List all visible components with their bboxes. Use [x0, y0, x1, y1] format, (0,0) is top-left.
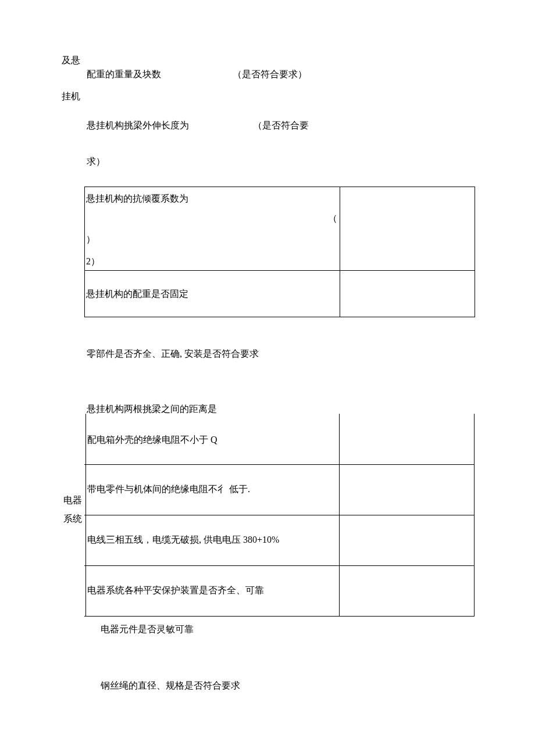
insulation-box-text: 配电箱外壳的绝缘电阻不小于 Q: [86, 432, 339, 446]
electrical-system-label: 电器 系统: [63, 491, 82, 528]
beam-extension-requirement-end: 求）: [87, 156, 105, 168]
anti-tilt-cell: 悬挂机构的抗倾覆系数为 （ ） 2）: [85, 187, 340, 271]
electrical-table: 配电箱外壳的绝缘电阻不小于 Q 带电零件与机体间的绝缘电阻不彳 低于. 电线三相…: [84, 414, 475, 617]
anti-tilt-paren-close: ）: [86, 234, 95, 246]
anti-tilt-paren-open: （: [328, 213, 337, 225]
counterweight-fixed-text: 悬挂机构的配重是否固定: [85, 284, 340, 304]
counterweight-fixed-result-cell: [340, 271, 475, 317]
counterweight-fixed-cell: 悬挂机构的配重是否固定: [85, 271, 340, 317]
electrical-label-b: 系统: [63, 510, 82, 528]
insulation-parts-result: [340, 464, 475, 515]
insulation-box-result: [340, 414, 475, 464]
anti-tilt-value: 2）: [86, 256, 100, 268]
anti-tilt-text: 悬挂机构的抗倾覆系数为: [86, 193, 188, 205]
wire-voltage-text: 电线三相五线，电缆无破损, 供电电压 380+10%: [86, 534, 339, 546]
beam-extension-line: 悬挂机构挑梁外伸长度为: [87, 120, 189, 132]
electrical-sensitive-line: 电器元件是否灵敏可靠: [101, 624, 194, 636]
document-page: 及悬 挂机 配重的重量及块数 （是否符合要求） 悬挂机构挑梁外伸长度为 （是否符…: [0, 0, 535, 756]
suspension-table: 悬挂机构的抗倾覆系数为 （ ） 2） 悬挂机构的配重是否固定: [84, 187, 475, 317]
wire-voltage-cell: 电线三相五线，电缆无破损, 供电电压 380+10%: [86, 515, 340, 565]
wire-rope-line: 钢丝绳的直径、规格是否符合要求: [101, 680, 240, 692]
counterweight-requirement: （是否符合要求）: [233, 69, 307, 81]
counterweight-line: 配重的重量及块数: [87, 69, 161, 81]
category-label-part1: 及悬: [62, 55, 80, 67]
parts-complete-line: 零部件是否齐全、正确, 安装是否符合要求: [87, 348, 259, 360]
beam-extension-requirement: （是否符合要: [253, 120, 309, 132]
wire-voltage-result: [340, 515, 475, 565]
safety-device-text: 电器系统各种平安保护装置是否齐全、可靠: [86, 585, 339, 597]
safety-device-cell: 电器系统各种平安保护装置是否齐全、可靠: [86, 565, 340, 616]
electrical-label-a: 电器: [63, 491, 82, 510]
anti-tilt-result-cell: [340, 187, 475, 271]
insulation-parts-cell: 带电零件与机体间的绝缘电阻不彳 低于.: [86, 464, 340, 515]
safety-device-result: [340, 565, 475, 616]
insulation-box-cell: 配电箱外壳的绝缘电阻不小于 Q: [86, 414, 340, 464]
insulation-parts-text: 带电零件与机体间的绝缘电阻不彳 低于.: [86, 483, 339, 496]
category-label-part2: 挂机: [62, 91, 80, 103]
